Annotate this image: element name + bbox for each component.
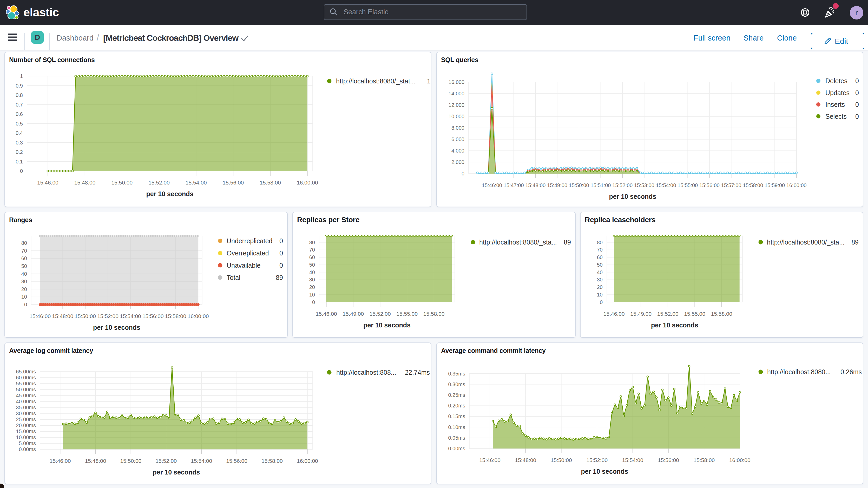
svg-text:15:49:00: 15:49:00 [343, 311, 364, 317]
svg-text:15:47:00: 15:47:00 [504, 182, 524, 188]
svg-text:0: 0 [279, 249, 283, 257]
svg-text:15:56:00: 15:56:00 [226, 458, 247, 464]
svg-text:per 10 seconds: per 10 seconds [651, 322, 698, 329]
svg-text:15:56:00: 15:56:00 [143, 313, 164, 319]
svg-text:0.00ms: 0.00ms [19, 447, 36, 452]
svg-text:60: 60 [21, 255, 27, 261]
svg-text:0: 0 [855, 101, 859, 108]
svg-text:0.25ms: 0.25ms [448, 392, 465, 398]
svg-text:0: 0 [279, 262, 283, 269]
svg-text:16,000: 16,000 [448, 79, 464, 85]
svg-text:Inserts: Inserts [826, 101, 845, 108]
svg-text:per 10 seconds: per 10 seconds [146, 190, 193, 197]
svg-text:Overreplicated: Overreplicated [227, 249, 269, 257]
svg-text:Underreplicated: Underreplicated [227, 237, 273, 245]
svg-text:per 10 seconds: per 10 seconds [153, 468, 200, 476]
svg-text:0: 0 [24, 302, 27, 307]
svg-text:0: 0 [312, 299, 315, 305]
svg-text:Selects: Selects [826, 113, 847, 120]
svg-text:15:56:00: 15:56:00 [699, 182, 720, 188]
svg-text:15:55:00: 15:55:00 [684, 311, 705, 317]
svg-text:per 10 seconds: per 10 seconds [363, 322, 411, 329]
svg-text:15:48:00: 15:48:00 [85, 458, 106, 464]
svg-text:15:52:00: 15:52:00 [370, 311, 391, 317]
svg-text:15:58:00: 15:58:00 [743, 182, 763, 188]
svg-text:60: 60 [597, 254, 603, 260]
svg-text:http://localhost:8080/_sta...: http://localhost:8080/_sta... [767, 239, 845, 246]
svg-text:16:00:00: 16:00:00 [188, 313, 209, 319]
svg-text:Total: Total [227, 274, 240, 281]
svg-text:0: 0 [600, 299, 603, 305]
svg-text:0.6: 0.6 [16, 111, 23, 117]
svg-text:Replica leaseholders: Replica leaseholders [585, 216, 656, 224]
svg-text:60: 60 [309, 254, 315, 260]
svg-text:per 10 seconds: per 10 seconds [93, 324, 140, 331]
svg-text:Deletes: Deletes [826, 77, 847, 85]
svg-text:89: 89 [276, 274, 283, 281]
svg-text:0.8: 0.8 [16, 92, 23, 98]
svg-text:30.00ms: 30.00ms [16, 410, 36, 416]
svg-text:70: 70 [21, 248, 27, 254]
svg-text:16:00:00: 16:00:00 [729, 457, 750, 463]
svg-text:15:53:00: 15:53:00 [634, 182, 654, 188]
svg-text:0.26ms: 0.26ms [840, 368, 862, 375]
svg-text:Ranges: Ranges [9, 216, 32, 223]
svg-text:0.20ms: 0.20ms [448, 403, 465, 408]
svg-text:80: 80 [309, 240, 315, 245]
svg-text:16:00:00: 16:00:00 [297, 458, 318, 464]
svg-text:15:52:00: 15:52:00 [97, 313, 119, 319]
svg-text:http://localhost:8080/_stat...: http://localhost:8080/_stat... [336, 78, 415, 85]
svg-text:15:52:00: 15:52:00 [155, 458, 177, 464]
svg-text:20: 20 [21, 286, 27, 292]
svg-text:Average log commit latency: Average log commit latency [9, 347, 93, 354]
svg-text:0.10ms: 0.10ms [448, 424, 465, 430]
svg-text:0.9: 0.9 [16, 83, 23, 89]
svg-text:10,000: 10,000 [448, 114, 464, 119]
svg-text:15:46:00: 15:46:00 [603, 311, 625, 317]
svg-text:Updates: Updates [826, 89, 849, 96]
svg-text:15:59:00: 15:59:00 [765, 182, 785, 188]
svg-text:10: 10 [597, 292, 603, 298]
svg-text:15:58:00: 15:58:00 [693, 457, 715, 463]
svg-text:15:46:00: 15:46:00 [316, 311, 337, 317]
svg-text:8,000: 8,000 [452, 125, 464, 131]
svg-text:15:46:00: 15:46:00 [29, 313, 51, 319]
svg-text:16:00:00: 16:00:00 [786, 182, 807, 188]
svg-text:0.7: 0.7 [16, 102, 23, 108]
svg-text:SQL queries: SQL queries [441, 56, 478, 63]
svg-text:89: 89 [564, 239, 571, 246]
svg-text:45.00ms: 45.00ms [16, 393, 36, 398]
svg-text:50: 50 [597, 262, 603, 268]
svg-text:15:48:00: 15:48:00 [52, 313, 73, 319]
svg-text:15:46:00: 15:46:00 [37, 180, 59, 186]
svg-text:0.15ms: 0.15ms [448, 414, 465, 419]
svg-text:65.00ms: 65.00ms [16, 369, 36, 374]
svg-text:55.00ms: 55.00ms [16, 381, 36, 387]
svg-text:0.1: 0.1 [16, 159, 23, 164]
svg-text:5.00ms: 5.00ms [19, 440, 36, 446]
svg-text:10.00ms: 10.00ms [16, 434, 36, 440]
svg-text:15:51:00: 15:51:00 [591, 182, 611, 188]
svg-text:15:49:00: 15:49:00 [630, 311, 652, 317]
svg-text:15:58:00: 15:58:00 [261, 458, 283, 464]
svg-text:0.35ms: 0.35ms [448, 371, 465, 376]
svg-text:15:50:00: 15:50:00 [120, 458, 142, 464]
svg-text:16:00:00: 16:00:00 [297, 180, 318, 186]
svg-text:http://localhost:808...: http://localhost:808... [336, 369, 396, 376]
svg-text:15:52:00: 15:52:00 [657, 311, 679, 317]
svg-text:40: 40 [21, 271, 27, 277]
svg-text:15:56:00: 15:56:00 [658, 457, 679, 463]
svg-text:Unavailable: Unavailable [227, 262, 261, 269]
svg-text:30: 30 [597, 277, 603, 282]
svg-text:40: 40 [309, 270, 315, 275]
svg-text:Average command commit latency: Average command commit latency [441, 347, 546, 354]
svg-text:15:48:00: 15:48:00 [525, 182, 546, 188]
svg-text:1: 1 [20, 73, 23, 79]
svg-text:per 10 seconds: per 10 seconds [581, 468, 628, 475]
svg-text:50: 50 [309, 262, 315, 268]
svg-text:4,000: 4,000 [452, 148, 464, 154]
svg-text:15:57:00: 15:57:00 [721, 182, 741, 188]
svg-text:15:50:00: 15:50:00 [74, 313, 96, 319]
svg-text:15:54:00: 15:54:00 [186, 180, 207, 186]
svg-text:15:49:00: 15:49:00 [547, 182, 567, 188]
